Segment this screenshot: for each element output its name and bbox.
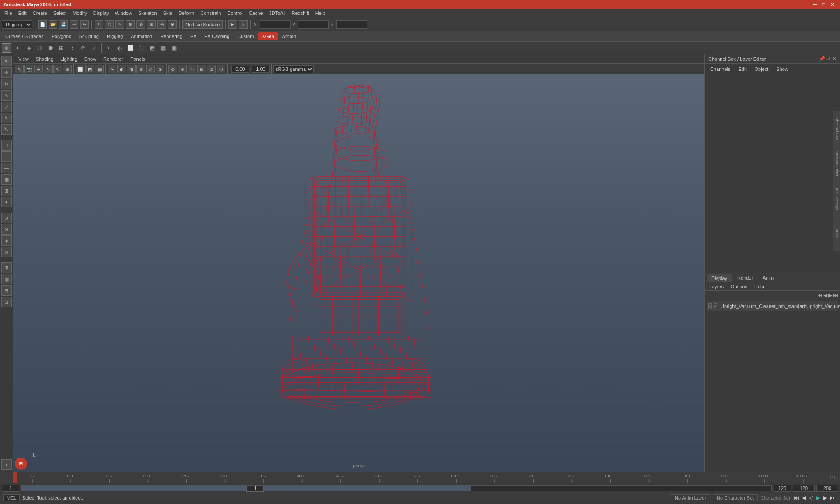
- point-snap-btn[interactable]: ◉: [168, 20, 177, 29]
- vp-light1-btn[interactable]: ☀: [108, 65, 116, 74]
- icon-texture[interactable]: ▦: [158, 43, 168, 53]
- tab-fx-caching[interactable]: FX Caching: [201, 32, 233, 40]
- menu-skeleton[interactable]: Skeleton: [136, 10, 160, 17]
- current-range-frame[interactable]: [246, 486, 264, 492]
- menu-modify[interactable]: Modify: [70, 10, 89, 17]
- undo-btn[interactable]: ↩: [70, 20, 78, 29]
- vp-dof-btn[interactable]: ⊘: [156, 65, 164, 74]
- vp-move-btn[interactable]: ✛: [34, 65, 43, 74]
- vp-scale-btn[interactable]: ⤡: [53, 65, 62, 74]
- minimize-button[interactable]: ─: [811, 1, 819, 7]
- bind-skin-btn[interactable]: ◈: [1, 235, 12, 246]
- end-frame-input[interactable]: [774, 485, 791, 492]
- open-file-btn[interactable]: 📂: [49, 20, 57, 29]
- tab-arnold[interactable]: Arnold: [279, 32, 300, 40]
- viewport-3d[interactable]: M L persp: [13, 74, 704, 472]
- go-start-btn[interactable]: ⏮: [793, 494, 800, 501]
- tab-sculpting[interactable]: Sculpting: [76, 32, 102, 40]
- menu-redshift[interactable]: Redshift: [289, 10, 312, 17]
- x-input[interactable]: [260, 20, 290, 29]
- icon-xgen3[interactable]: ⬡: [35, 43, 44, 53]
- tab-xgen[interactable]: XGen: [258, 32, 277, 40]
- next-frame-btn[interactable]: ▶: [822, 494, 828, 501]
- icon-light1[interactable]: ☀: [104, 43, 113, 53]
- weight-btn[interactable]: ⊗: [1, 247, 12, 257]
- layer-nav-prev[interactable]: ◀: [823, 292, 827, 298]
- layer-tab-anim[interactable]: Anim: [758, 274, 778, 282]
- sculpt-btn[interactable]: ✎: [1, 113, 12, 123]
- layer-tab-display[interactable]: Display: [707, 274, 732, 282]
- joint-tool-btn[interactable]: ⊙: [1, 213, 12, 223]
- z-input[interactable]: [336, 20, 367, 29]
- xgen-side-btn[interactable]: ✦: [1, 197, 12, 207]
- close-button[interactable]: ✕: [829, 1, 836, 7]
- layers-menu[interactable]: Layers: [707, 283, 726, 290]
- vp-shadow-btn[interactable]: ◑: [127, 65, 136, 74]
- grid-btn[interactable]: ⊟: [1, 285, 12, 296]
- start-frame-input[interactable]: [2, 485, 19, 492]
- tab-fx[interactable]: FX: [187, 32, 200, 40]
- tab-polygons[interactable]: Polygons: [48, 32, 74, 40]
- layer-nav-last[interactable]: ⏭: [833, 292, 838, 298]
- menu-deform[interactable]: Deform: [176, 10, 197, 17]
- vp-menu-panels[interactable]: Panels: [128, 56, 148, 63]
- menu-create[interactable]: Create: [30, 10, 50, 17]
- save-btn[interactable]: 💾: [59, 20, 68, 29]
- play-back-btn[interactable]: ◁: [808, 494, 814, 501]
- icon-wire2[interactable]: ⬛: [136, 43, 146, 53]
- curve-snap-btn[interactable]: ◎: [158, 20, 166, 29]
- layer-nav-next[interactable]: ▶: [828, 292, 832, 298]
- panel-btn[interactable]: ▥: [1, 274, 12, 284]
- vtab-tool-settings[interactable]: Tool Settings: [833, 181, 840, 216]
- vp-show-grid-btn[interactable]: ⊞: [197, 65, 206, 74]
- redo-btn[interactable]: ↪: [80, 20, 89, 29]
- timeline-track[interactable]: 5 10 15 20 25 30 35 40 45 50 55 60 65 70…: [13, 472, 822, 483]
- collapse-btn[interactable]: ‹: [1, 459, 12, 470]
- move-tool-btn[interactable]: ✛: [1, 67, 12, 78]
- icon-light2[interactable]: ◐: [115, 43, 124, 53]
- grid-snap-btn[interactable]: ⊞: [147, 20, 156, 29]
- vtab-channel-box[interactable]: Channel Box: [833, 111, 840, 146]
- vtab-xgen[interactable]: XGen: [833, 216, 840, 251]
- snap-btn[interactable]: ⊕: [126, 20, 135, 29]
- total-end2-input[interactable]: [816, 485, 838, 492]
- menu-control[interactable]: Control: [224, 10, 245, 17]
- mel-label[interactable]: MEL: [4, 494, 20, 501]
- vp-wire-btn[interactable]: ⬜: [76, 65, 84, 74]
- ik-handle-btn[interactable]: ⊘: [1, 224, 12, 234]
- icon-xgen8[interactable]: ⤢: [89, 43, 99, 53]
- vp-show-nurbscurve-btn[interactable]: ◌: [188, 65, 196, 74]
- play-fwd-btn[interactable]: ▶: [815, 494, 821, 501]
- no-live-surface-btn[interactable]: No Live Surface: [182, 20, 223, 29]
- vp-select-btn[interactable]: ↖: [15, 65, 24, 74]
- layer-tab-render[interactable]: Render: [733, 274, 757, 282]
- vertex-btn[interactable]: ·: [1, 151, 12, 162]
- icon-xgen1[interactable]: ✦: [13, 43, 22, 53]
- render-btn[interactable]: ▶: [228, 20, 237, 29]
- uv-btn[interactable]: ⊞: [1, 186, 12, 196]
- layer-row-vacuum[interactable]: V P Upright_Vacuum_Cleaner_mb_standart:U…: [707, 301, 838, 311]
- current-frame-input[interactable]: [231, 66, 249, 73]
- vp-shaded-btn[interactable]: ◩: [85, 65, 94, 74]
- icon-wire1[interactable]: ⬜: [126, 43, 135, 53]
- channel-box-expand[interactable]: ⤢: [827, 56, 831, 62]
- vp-menu-show[interactable]: Show: [82, 56, 99, 63]
- vp-aa-btn[interactable]: ◎: [146, 65, 155, 74]
- tab-rigging[interactable]: Rigging: [103, 32, 126, 40]
- range-slider[interactable]: [21, 485, 772, 491]
- paint-btn[interactable]: ✎: [116, 20, 124, 29]
- select-tool-btn[interactable]: ↖: [94, 20, 103, 29]
- soft-mod-btn[interactable]: ⤢: [1, 102, 12, 112]
- vp-light2-btn[interactable]: ◐: [117, 65, 126, 74]
- icon-render-view[interactable]: ▣: [169, 43, 179, 53]
- layer-nav-first[interactable]: ⏮: [817, 292, 822, 298]
- menu-skin[interactable]: Skin: [161, 10, 175, 17]
- icon-xgen6[interactable]: ⌇: [67, 43, 77, 53]
- prev-frame-btn[interactable]: ◀: [801, 494, 807, 501]
- tab-object[interactable]: Object: [751, 66, 772, 73]
- no-anim-layer-label[interactable]: No Anim Layer: [671, 494, 710, 501]
- menu-3dtall[interactable]: 3DToAll: [266, 10, 288, 17]
- lasso-btn[interactable]: ⬡: [105, 20, 114, 29]
- new-file-btn[interactable]: 📄: [38, 20, 47, 29]
- go-end-btn[interactable]: ⏭: [829, 494, 836, 501]
